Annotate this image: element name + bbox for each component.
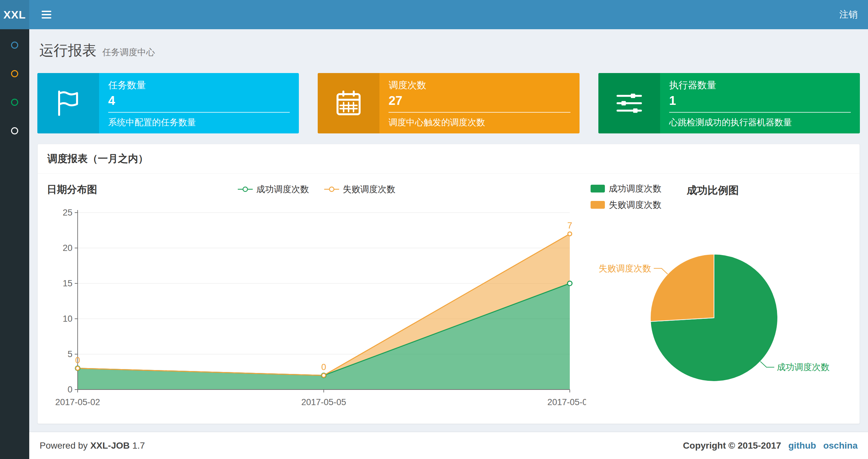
legend-item-fail[interactable]: 失败调度次数 [324,184,395,195]
line-area-chart-canvas: 05101520252017-05-022017-05-052017-05-08… [47,203,586,414]
svg-text:25: 25 [63,208,72,218]
calendar-icon [318,73,379,133]
pie-legend-swatch-icon [591,185,605,193]
success-ratio-chart: 成功调度次数 失败调度次数 成功比例图 成功调度次数失败调度次数 [591,183,850,415]
info-box-content: 执行器数量 1 心跳检测成功的执行器机器数量 [660,73,860,133]
sidebar [0,29,29,459]
legend-label: 成功调度次数 [609,183,661,194]
line-chart-legend: 成功调度次数 失败调度次数 [238,184,395,195]
sliders-icon [598,73,660,133]
pie-legend-swatch-icon [591,201,605,209]
line-chart-header: 日期分布图 成功调度次数 失败调度次数 [47,183,586,203]
info-box-description: 调度中心触发的调度次数 [389,117,570,128]
pie-chart-header: 成功调度次数 失败调度次数 成功比例图 [591,183,850,211]
powered-by: Powered by XXL-JOB 1.7 [40,440,145,451]
footer: Powered by XXL-JOB 1.7 Copyright © 2015-… [29,432,868,459]
info-box-content: 任务数量 4 系统中配置的任务数量 [99,73,299,133]
svg-text:2017-05-08: 2017-05-08 [547,397,586,407]
main-content: 运行报表 任务调度中心 任务数量 4 系统中配置的任务数量 [29,0,868,424]
svg-text:失败调度次数: 失败调度次数 [599,264,651,273]
hamburger-icon [41,11,51,12]
sidebar-item-help[interactable] [11,127,18,134]
logout-link[interactable]: 注销 [839,8,858,21]
legend-item-success[interactable]: 成功调度次数 [591,183,661,194]
info-box-title: 调度次数 [389,79,570,92]
info-box-title: 执行器数量 [669,79,851,92]
legend-item-success[interactable]: 成功调度次数 [238,184,309,195]
sidebar-item-report[interactable] [11,41,18,49]
info-box-description: 心跳检测成功的执行器机器数量 [669,117,851,128]
panel-body: 日期分布图 成功调度次数 失败调度次数 [38,174,860,424]
page-title: 运行报表 [39,41,96,60]
svg-text:7: 7 [567,221,572,230]
navbar-content: 注销 [29,0,868,29]
info-box-value: 27 [389,94,570,108]
info-box-executor-count: 执行器数量 1 心跳检测成功的执行器机器数量 [598,73,860,133]
info-box-description: 系统中配置的任务数量 [108,117,290,128]
flag-icon [37,73,99,133]
powered-by-prefix: Powered by [40,440,88,451]
page-header: 运行报表 任务调度中心 [39,41,860,60]
pie-chart-canvas: 成功调度次数失败调度次数 [591,211,850,388]
legend-label: 失败调度次数 [609,199,661,211]
svg-text:2017-05-05: 2017-05-05 [301,397,346,407]
version: 1.7 [132,440,145,451]
sidebar-item-jobs[interactable] [11,70,18,77]
app-logo[interactable]: XXL [0,0,29,29]
svg-text:0: 0 [321,362,326,372]
svg-text:成功调度次数: 成功调度次数 [777,362,829,372]
info-box-title: 任务数量 [108,79,290,92]
pie-chart-title: 成功比例图 [687,184,739,198]
info-box-trigger-count: 调度次数 27 调度中心触发的调度次数 [318,73,579,133]
info-box-row: 任务数量 4 系统中配置的任务数量 调度次数 27 调度中心 [37,73,860,133]
github-link[interactable]: github [788,440,816,451]
info-box-value: 1 [669,94,851,108]
legend-label: 成功调度次数 [256,184,309,195]
divider [389,112,570,112]
pie-chart-legend: 成功调度次数 失败调度次数 [591,183,661,211]
footer-right: Copyright © 2015-2017 github oschina [683,440,858,451]
top-navbar: XXL 注销 [0,0,868,29]
info-box-value: 4 [108,94,290,108]
oschina-link[interactable]: oschina [823,440,858,451]
legend-item-fail[interactable]: 失败调度次数 [591,199,661,211]
svg-text:5: 5 [68,349,72,359]
svg-text:0: 0 [68,385,72,394]
info-box-content: 调度次数 27 调度中心触发的调度次数 [379,73,579,133]
divider [669,112,851,112]
copyright: Copyright © 2015-2017 [683,440,781,451]
divider [108,112,290,112]
date-distribution-chart: 日期分布图 成功调度次数 失败调度次数 [47,183,586,415]
line-legend-marker-icon [238,186,253,193]
info-box-job-count: 任务数量 4 系统中配置的任务数量 [37,73,299,133]
dispatch-report-panel: 调度报表（一月之内） 日期分布图 成功调度次数 [37,144,860,424]
svg-text:15: 15 [63,278,72,288]
sidebar-toggle-button[interactable] [40,7,53,23]
svg-text:2017-05-02: 2017-05-02 [55,397,100,407]
panel-title: 调度报表（一月之内） [38,144,860,174]
brand-name: XXL-JOB [90,440,130,451]
page-subtitle: 任务调度中心 [102,46,155,58]
line-legend-marker-icon [324,186,339,193]
svg-text:20: 20 [63,243,72,253]
legend-label: 失败调度次数 [343,184,395,195]
svg-text:0: 0 [75,356,80,365]
svg-text:10: 10 [63,314,72,324]
sidebar-item-executors[interactable] [11,99,18,106]
